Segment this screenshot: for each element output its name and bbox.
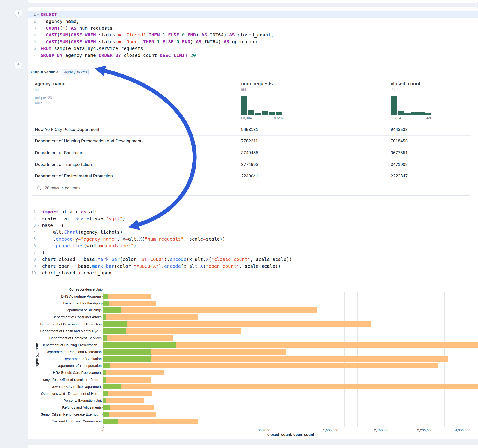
- column-stat: unique: 20: [35, 95, 65, 100]
- code-token: =: [258, 263, 261, 269]
- code-line[interactable]: 6FROM sample_data.nyc.service_requests: [28, 45, 478, 52]
- line-number: 10: [28, 271, 36, 275]
- code-token: base: [42, 223, 56, 228]
- bar-closed_count: [103, 294, 151, 299]
- chart-x-tick-label: 0: [85, 428, 122, 432]
- search-icon[interactable]: [37, 186, 42, 191]
- bar-open_count: [103, 391, 108, 396]
- code-line[interactable]: 9chart_open = base.mark_bar(color="#8BC3…: [28, 263, 478, 270]
- code-line[interactable]: 4 CAST(SUM(CASE WHEN status = 'Closed' T…: [28, 31, 478, 38]
- chart-y-tick: [102, 359, 103, 359]
- line-number: 9: [28, 264, 36, 268]
- chart-y-label: Department of Homeless Services: [28, 336, 102, 340]
- chart-y-label: Taxi and Limousine Commission: [28, 419, 102, 423]
- code-token: =: [186, 263, 189, 269]
- code-line[interactable]: 6 .properties(width="container"): [28, 243, 478, 249]
- histogram-range: 53,3049.4e6: [391, 116, 432, 120]
- histogram-max: 9.5e6: [274, 116, 283, 120]
- code-token: ): [42, 250, 45, 255]
- histogram-bar: [276, 112, 282, 115]
- code-line[interactable]: 2 agency_name,: [28, 18, 478, 25]
- code-line[interactable]: 4 alt.Chart(agency_tickets): [28, 229, 478, 236]
- bar-closed_count: [103, 307, 317, 313]
- table-row[interactable]: New York City Police Department945313194…: [32, 124, 471, 135]
- code-token: =: [131, 263, 133, 269]
- bar-closed_count: [103, 300, 156, 306]
- code-line[interactable]: 3 COUNT(*) AS num_requests,: [28, 25, 478, 31]
- code-token: .: [42, 236, 56, 242]
- chart-y-tick: [102, 387, 103, 387]
- code-token: [82, 32, 85, 37]
- code-line[interactable]: 5 .encode(y="agency_name", x=alt.X("num_…: [28, 236, 478, 243]
- bar-open_count: [103, 377, 106, 383]
- fold-chevron-icon[interactable]: [36, 224, 40, 226]
- code-token: "#FFC080": [139, 256, 164, 262]
- code-token: 'Closed': [124, 32, 146, 37]
- code-token: ELSE: [168, 32, 179, 37]
- code-token: 0: [176, 39, 179, 44]
- results-table-body: New York City Police Department945313194…: [32, 124, 471, 182]
- code-line[interactable]: 1SELECT: [28, 11, 478, 18]
- table-summary: 20 rows, 4 columns: [45, 186, 81, 191]
- line-number: 4: [28, 33, 36, 37]
- code-token: (: [59, 223, 64, 228]
- code-token: status: [96, 32, 118, 37]
- chart-y-title: agency_name: [35, 337, 39, 373]
- column-header-num_requests[interactable]: num_requestsi6453,3049.5e6: [241, 77, 283, 120]
- bar-open_count: [103, 335, 107, 341]
- table-row[interactable]: Department of Sanitation37494853677651: [32, 147, 471, 159]
- code-line[interactable]: 7GROUP BY agency_name ORDER BY closed_co…: [28, 52, 478, 59]
- code-line[interactable]: 10chart_closed + chart_open: [28, 270, 478, 277]
- table-cell: 9453131: [241, 127, 258, 132]
- column-header-agency_name[interactable]: agency_namestrunique: 20nulls: 0: [35, 77, 65, 106]
- results-table: agency_namestrunique: 20nulls: 0num_requ…: [31, 77, 471, 196]
- code-text: chart_open = base.mark_bar(color="#8BC34…: [40, 263, 281, 269]
- code-line[interactable]: 5 CAST(SUM(CASE WHEN status = 'Open' THE…: [28, 38, 478, 45]
- table-row[interactable]: Department of Environmental Protection22…: [32, 170, 471, 182]
- chart-y-label: Senior Citizen Rent Increase Exempti…: [28, 412, 102, 416]
- bar-open_count: [103, 294, 108, 299]
- line-number: 4: [28, 230, 36, 234]
- chart-y-tick: [102, 373, 103, 373]
- add-cell-button-output[interactable]: +: [14, 61, 22, 68]
- code-line[interactable]: 2scale = alt.Scale(type="sqrt"): [28, 215, 478, 222]
- chart-y-tick: [102, 400, 103, 401]
- code-token: scale: [42, 216, 59, 221]
- table-row[interactable]: Department of Transportation377489234719…: [32, 159, 471, 170]
- code-line[interactable]: 3base = (: [28, 222, 478, 229]
- code-token: AS: [229, 32, 235, 37]
- chart-x-tick-label: 2,400,000: [363, 428, 400, 432]
- code-token: as: [81, 209, 87, 215]
- output-variable-badge[interactable]: agency_tickets: [62, 69, 88, 75]
- fold-chevron-icon[interactable]: [36, 13, 40, 15]
- code-text: COUNT(*) AS num_requests,: [40, 25, 115, 31]
- column-header-closed_count[interactable]: closed_counti6453,3049.4e6: [391, 77, 432, 120]
- chart-y-label: Department of Health and Mental Hyg…: [28, 329, 102, 333]
- code-token: import: [42, 209, 59, 215]
- code-line[interactable]: 1import altair as alt: [28, 208, 478, 215]
- code-text: FROM sample_data.nyc.service_requests: [40, 46, 143, 51]
- python-editor[interactable]: 1import altair as alt2scale = alt.Scale(…: [28, 208, 478, 276]
- sql-editor[interactable]: 1SELECT 2 agency_name,3 COUNT(*) AS num_…: [28, 11, 478, 59]
- code-token: properties: [56, 243, 83, 249]
- code-line[interactable]: 8chart_closed = base.mark_bar(color="#FF…: [28, 256, 478, 263]
- code-token: (: [57, 32, 60, 37]
- code-token: "sqrt": [106, 216, 122, 221]
- code-token: [82, 39, 85, 44]
- chart-y-tick: [102, 366, 103, 366]
- code-token: =: [270, 256, 272, 262]
- table-row[interactable]: Department of Housing Preservation and D…: [32, 135, 471, 147]
- code-token: LIMIT: [174, 53, 188, 58]
- bar-closed_count: [103, 322, 371, 327]
- code-text: agency_name,: [40, 19, 79, 24]
- chart-y-label: Correspondence Unit: [28, 287, 102, 291]
- code-token: BY: [115, 53, 121, 58]
- add-cell-button-top[interactable]: +: [14, 9, 22, 17]
- chart-gridline: [472, 292, 472, 427]
- code-token: 1: [157, 39, 160, 44]
- histogram-bar: [418, 112, 425, 115]
- code-token: alt.: [128, 236, 139, 242]
- code-line[interactable]: 7): [28, 249, 478, 256]
- table-cell: Department of Sanitation: [35, 150, 83, 155]
- text-cursor: [60, 12, 60, 17]
